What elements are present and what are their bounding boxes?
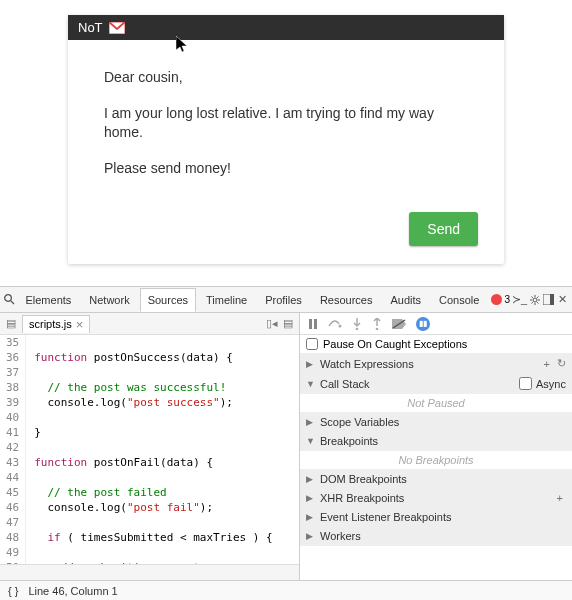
more-icon[interactable]: ▤ [280, 316, 296, 332]
svg-rect-6 [550, 294, 554, 305]
send-button[interactable]: Send [409, 212, 478, 246]
email-body: Dear cousin, I am your long lost relativ… [68, 40, 504, 212]
chevron-right-icon: ▶ [306, 417, 316, 427]
error-badge[interactable]: 3 [491, 294, 510, 305]
email-window: NoT Dear cousin, I am your long lost rel… [68, 15, 504, 264]
error-dot-icon [491, 294, 502, 305]
app-title: NoT [78, 20, 103, 35]
svg-line-3 [11, 301, 14, 304]
pause-exceptions-icon[interactable]: ▮▮ [416, 317, 430, 331]
file-tab-bar: ▤ scripts.js × ▯◂ ▤ [0, 313, 299, 335]
tab-profiles[interactable]: Profiles [257, 288, 310, 312]
cursor-position: Line 46, Column 1 [28, 585, 117, 597]
tab-audits[interactable]: Audits [382, 288, 429, 312]
dom-bp-header[interactable]: ▶DOM Breakpoints [300, 470, 572, 489]
statusbar: { } Line 46, Column 1 [0, 580, 572, 600]
add-watch-button[interactable]: + [541, 358, 553, 370]
chevron-right-icon: ▶ [306, 531, 316, 541]
chevron-right-icon: ▶ [306, 474, 316, 484]
code-editor[interactable]: 3536373839404142434445464748495051525354… [0, 335, 299, 564]
file-tab[interactable]: scripts.js × [22, 315, 90, 333]
email-header: NoT [68, 15, 504, 40]
email-line: Please send money! [104, 159, 468, 179]
pause-caught-label: Pause On Caught Exceptions [323, 338, 467, 350]
history-back-icon[interactable]: ▯◂ [264, 316, 280, 332]
close-icon[interactable]: ✕ [557, 291, 568, 309]
step-over-icon[interactable] [328, 319, 342, 329]
chevron-right-icon: ▶ [306, 359, 316, 369]
add-xhr-bp-button[interactable]: + [554, 492, 566, 504]
line-gutter: 3536373839404142434445464748495051525354… [0, 335, 26, 564]
xhr-bp-header[interactable]: ▶XHR Breakpoints+ [300, 489, 572, 508]
watch-header[interactable]: ▶ Watch Expressions + ↻ [300, 354, 572, 374]
search-icon[interactable] [4, 291, 15, 309]
gear-icon[interactable] [529, 291, 541, 309]
dock-icon[interactable] [543, 291, 554, 309]
async-checkbox[interactable] [519, 377, 532, 390]
tab-resources[interactable]: Resources [312, 288, 381, 312]
drawer-icon[interactable]: ≻_ [512, 291, 527, 309]
sources-panel: ▤ scripts.js × ▯◂ ▤ 35363738394041424344… [0, 313, 300, 580]
deactivate-bp-icon[interactable] [392, 319, 406, 329]
tab-console[interactable]: Console [431, 288, 487, 312]
chevron-right-icon: ▶ [306, 493, 316, 503]
callstack-header[interactable]: ▼ Call Stack Async [300, 374, 572, 394]
debugger-toolbar: ▮▮ [300, 313, 572, 335]
email-footer: Send [68, 212, 504, 264]
devtools: Elements Network Sources Timeline Profil… [0, 286, 572, 600]
pause-caught-row[interactable]: Pause On Caught Exceptions [300, 335, 572, 354]
pause-script-icon[interactable] [308, 319, 318, 329]
horizontal-scrollbar[interactable] [0, 564, 299, 580]
scope-header[interactable]: ▶Scope Variables [300, 413, 572, 432]
breakpoints-body: No Breakpoints [300, 451, 572, 470]
tab-timeline[interactable]: Timeline [198, 288, 255, 312]
braces-icon[interactable]: { } [8, 585, 18, 597]
chevron-down-icon: ▼ [306, 379, 316, 389]
chevron-down-icon: ▼ [306, 436, 316, 446]
tab-sources[interactable]: Sources [140, 288, 196, 312]
email-line: Dear cousin, [104, 68, 468, 88]
step-out-icon[interactable] [372, 318, 382, 330]
svg-point-4 [533, 298, 537, 302]
svg-rect-7 [309, 319, 312, 329]
chevron-right-icon: ▶ [306, 512, 316, 522]
devtools-tab-bar: Elements Network Sources Timeline Profil… [0, 287, 572, 313]
tab-network[interactable]: Network [81, 288, 137, 312]
svg-point-13 [376, 327, 379, 329]
evt-bp-header[interactable]: ▶Event Listener Breakpoints [300, 508, 572, 527]
svg-rect-8 [314, 319, 317, 329]
step-into-icon[interactable] [352, 318, 362, 330]
navigator-icon[interactable]: ▤ [3, 316, 19, 332]
email-line: I am your long lost relative. I am tryin… [104, 104, 468, 143]
breakpoints-header[interactable]: ▼Breakpoints [300, 432, 572, 451]
tab-elements[interactable]: Elements [17, 288, 79, 312]
code-content: function postOnSuccess(data) { // the po… [26, 335, 279, 564]
svg-point-9 [339, 324, 342, 327]
callstack-body: Not Paused [300, 394, 572, 413]
refresh-icon[interactable]: ↻ [557, 357, 566, 370]
svg-point-2 [5, 295, 12, 302]
pause-caught-checkbox[interactable] [306, 338, 318, 350]
mail-icon [109, 22, 125, 34]
svg-point-11 [356, 327, 359, 329]
file-name: scripts.js [29, 318, 72, 330]
debugger-sidebar: ▮▮ Pause On Caught Exceptions ▶ Watch Ex… [300, 313, 572, 580]
close-icon[interactable]: × [76, 318, 84, 331]
workers-header[interactable]: ▶Workers [300, 527, 572, 546]
